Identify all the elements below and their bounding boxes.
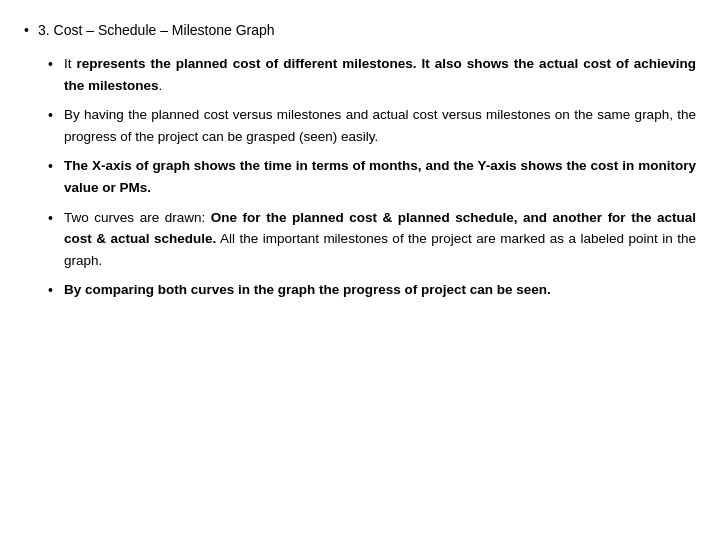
sub-bullet-dot-3: • xyxy=(48,155,56,177)
sub-bullet-3: • The X-axis of graph shows the time in … xyxy=(48,155,696,198)
sub-bullets-list: • It represents the planned cost of diff… xyxy=(48,53,696,302)
sub-bullet-text-1: It represents the planned cost of differ… xyxy=(64,53,696,96)
sub-bullet-text-5: By comparing both curves in the graph th… xyxy=(64,279,551,301)
sub-bullet-dot-2: • xyxy=(48,104,56,126)
sub-bullet-text-4: Two curves are drawn: One for the planne… xyxy=(64,207,696,272)
sub-bullet-5: • By comparing both curves in the graph … xyxy=(48,279,696,301)
top-bullet-label: 3. Cost – Schedule – Milestone Graph xyxy=(38,20,275,41)
top-level-list: • 3. Cost – Schedule – Milestone Graph •… xyxy=(24,20,696,302)
sub-bullet-1: • It represents the planned cost of diff… xyxy=(48,53,696,96)
sub-bullet-dot-5: • xyxy=(48,279,56,301)
sub-bullet-4: • Two curves are drawn: One for the plan… xyxy=(48,207,696,272)
top-bullet-dot: • xyxy=(24,20,32,41)
sub-bullet-dot-4: • xyxy=(48,207,56,229)
sub-bullet-text-2: By having the planned cost versus milest… xyxy=(64,104,696,147)
sub-bullet-text-3: The X-axis of graph shows the time in te… xyxy=(64,155,696,198)
sub-bullet-dot-1: • xyxy=(48,53,56,75)
slide-content: • 3. Cost – Schedule – Milestone Graph •… xyxy=(24,20,696,302)
sub-bullet-2: • By having the planned cost versus mile… xyxy=(48,104,696,147)
top-bullet-item: • 3. Cost – Schedule – Milestone Graph xyxy=(24,20,696,41)
